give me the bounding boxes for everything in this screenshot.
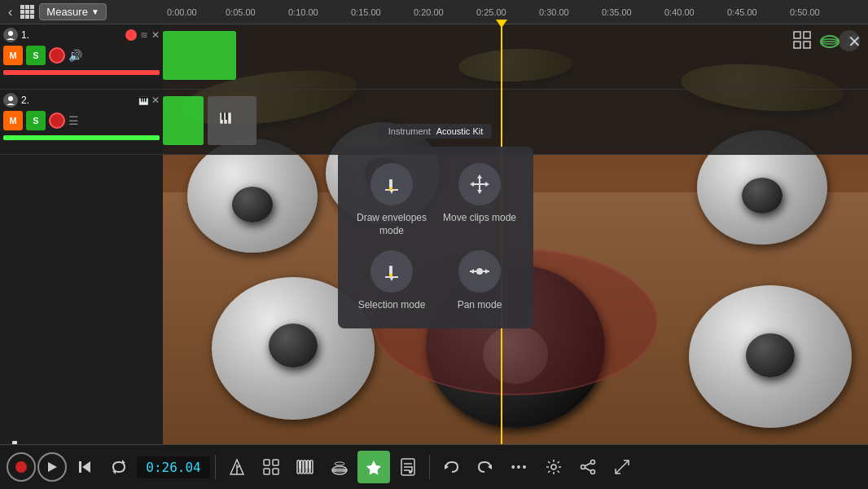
track-1-rec-indicator (125, 29, 137, 41)
track-2-mixer-btn[interactable]: ☰ (68, 114, 79, 127)
track-2-piano-icon: 🎹 (138, 96, 148, 105)
track-2-color-bar (3, 135, 160, 140)
settings-button[interactable] (537, 451, 570, 483)
svg-point-62 (335, 462, 344, 465)
time-marker-45: 0:45.00 (727, 7, 757, 17)
svg-marker-28 (485, 182, 489, 187)
svg-rect-41 (79, 461, 81, 473)
grid-view-icon[interactable] (20, 5, 34, 19)
more-dots: ••• (511, 460, 528, 474)
mode-pan[interactable]: Pan mode (442, 250, 517, 312)
svg-point-33 (476, 268, 483, 275)
svg-marker-43 (112, 471, 116, 474)
svg-rect-14 (794, 42, 800, 48)
svg-point-73 (591, 460, 595, 465)
time-marker-30: 0:30.00 (539, 7, 569, 17)
svg-rect-50 (273, 469, 278, 474)
toolbar-sep-2 (429, 455, 430, 479)
track-2-record-btn[interactable] (49, 112, 65, 129)
time-marker-20: 0:20.00 (414, 7, 444, 17)
share-button[interactable] (572, 451, 604, 483)
track-2-mute-btn[interactable]: M (3, 111, 23, 130)
mode-instrument-label: Instrument Acoustic Kit (380, 124, 492, 139)
undo-button[interactable] (435, 451, 467, 483)
piano-keyboard-button[interactable] (289, 451, 322, 483)
time-marker-0: 0:00.00 (167, 7, 197, 17)
loop-button[interactable] (103, 451, 135, 483)
time-marker-10: 0:10.00 (288, 7, 318, 17)
sheet-music-button[interactable] (392, 451, 424, 483)
track-1-solo-btn[interactable]: S (26, 46, 46, 65)
svg-marker-42 (122, 460, 125, 463)
drum-close-btn[interactable]: ✕ (848, 32, 861, 51)
more-button[interactable]: ••• (503, 451, 536, 483)
pan-label: Pan mode (458, 299, 502, 312)
track-row-2: 2. 🎹 ✕ M S ☰ (0, 90, 163, 155)
svg-point-75 (581, 465, 585, 469)
svg-rect-12 (794, 32, 800, 38)
track-1-mute-btn[interactable]: M (3, 46, 23, 65)
rewind-button[interactable] (68, 451, 101, 483)
svg-marker-40 (82, 461, 90, 473)
svg-rect-57 (305, 460, 308, 469)
track-2-solo-btn[interactable]: S (26, 111, 46, 130)
bottom-toolbar: 0:26.04 (0, 444, 868, 489)
drum-bowl-btn[interactable] (818, 29, 841, 54)
cymbal-center-top (458, 47, 572, 84)
mode-draw-envelopes[interactable]: Draw envelopes mode (354, 163, 429, 237)
track-1-icon (3, 28, 18, 42)
svg-rect-47 (264, 460, 270, 465)
svg-rect-56 (299, 460, 301, 469)
playhead-main-triangle (496, 20, 507, 28)
mode-selection[interactable]: Selection mode (354, 250, 429, 312)
toolbar-sep-1 (215, 455, 216, 479)
svg-marker-63 (366, 460, 381, 475)
redo-button[interactable] (469, 451, 502, 483)
time-marker-5: 0:05.00 (226, 7, 256, 17)
track-row-1: 1. ≋ ✕ M S 🔊 (0, 24, 163, 90)
track-1-volume-btn[interactable]: 🔊 (68, 49, 82, 62)
mode-move-clips[interactable]: Move clips mode (442, 163, 517, 237)
play-button[interactable] (37, 452, 67, 482)
svg-rect-13 (804, 32, 810, 38)
move-clips-icon (458, 163, 501, 205)
track-1-record-btn[interactable] (49, 47, 65, 64)
svg-rect-58 (309, 460, 311, 469)
singing-bowl-button[interactable] (323, 451, 356, 483)
drum-grid-btn[interactable] (792, 30, 812, 52)
track-1-close-btn[interactable]: ✕ (151, 29, 160, 41)
measure-dropdown[interactable]: Measure ▼ (39, 3, 106, 20)
time-display: 0:26.04 (137, 456, 210, 478)
svg-rect-48 (273, 460, 278, 465)
svg-line-76 (585, 463, 591, 466)
svg-line-78 (616, 460, 629, 474)
track-1-color-bar (3, 70, 160, 75)
svg-point-1 (8, 96, 13, 101)
svg-point-72 (551, 465, 556, 469)
svg-marker-27 (470, 182, 474, 187)
drum-small-left-center (232, 187, 273, 222)
time-marker-25: 0:25.00 (476, 7, 506, 17)
drum-pads-button[interactable] (255, 451, 287, 483)
cymbal-right (679, 58, 845, 117)
draw-envelopes-icon (370, 163, 413, 205)
svg-rect-32 (389, 274, 392, 276)
svg-point-38 (15, 461, 27, 473)
metronome-button[interactable] (221, 451, 253, 483)
cymbal-left (177, 61, 361, 134)
record-button[interactable] (7, 452, 36, 482)
track-2-close-btn[interactable]: ✕ (151, 95, 160, 106)
time-marker-15: 0:15.00 (351, 7, 381, 17)
drum-bottom-right-center (746, 333, 795, 377)
drum-right-small-center (742, 178, 783, 214)
trim-button[interactable] (606, 451, 638, 483)
tracks-panel: 1. ≋ ✕ M S 🔊 2. 🎹 ✕ (0, 24, 163, 444)
track-2-icon (3, 93, 18, 108)
tune-button[interactable] (357, 451, 390, 483)
svg-marker-39 (48, 462, 57, 472)
svg-rect-49 (264, 469, 270, 474)
svg-rect-15 (804, 42, 810, 48)
back-button[interactable]: ‹ (5, 3, 15, 21)
drum-bottom-left-center (269, 324, 318, 368)
svg-point-74 (591, 470, 595, 474)
